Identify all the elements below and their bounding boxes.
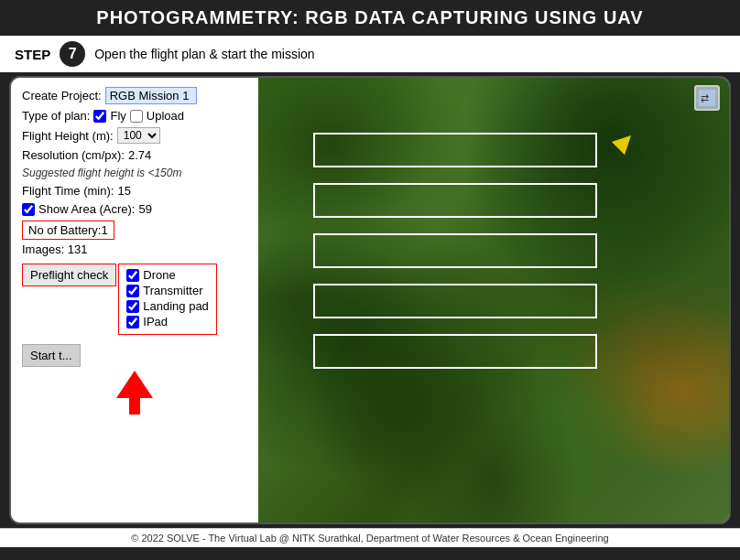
flight-height-row: Flight Height (m): 100 50 150 — [22, 127, 247, 144]
landing-pad-checkbox[interactable] — [126, 300, 139, 313]
preflight-drone-item: Drone — [126, 268, 209, 282]
landing-pad-label: Landing pad — [143, 299, 209, 313]
ipad-checkbox[interactable] — [126, 316, 139, 328]
page-header: PHOTOGRAMMETRY: RGB DATA CAPTURING USING… — [0, 0, 740, 36]
battery-box: No of Battery:1 — [22, 221, 114, 240]
preflight-landingpad-item: Landing pad — [126, 299, 209, 313]
step-desc-part2: start the mission — [222, 47, 315, 61]
upload-checkbox[interactable] — [130, 110, 143, 123]
show-area-checkbox[interactable] — [22, 203, 35, 216]
show-area-label: Show Area (Acre): — [38, 202, 136, 216]
step-label: STEP — [15, 47, 50, 62]
preflight-dropdown: Drone Transmitter Landing pad IPad — [118, 264, 217, 335]
images-row: Images: 131 — [22, 242, 247, 256]
flight-time-value: 15 — [117, 184, 130, 198]
upload-label: Upload — [147, 109, 184, 123]
step-desc-amp: & — [210, 47, 222, 61]
battery-label: No of Battery:1 — [28, 223, 108, 237]
type-of-plan-row: Type of plan: Fly Upload — [22, 109, 247, 123]
left-panel: Create Project: Type of plan: Fly Upload… — [11, 78, 258, 522]
flight-time-row: Flight Time (min): 15 — [22, 184, 247, 198]
map-area: ⇄ — [258, 78, 729, 522]
start-button[interactable]: Start t... — [22, 344, 81, 367]
step-bar: STEP 7 Open the flight plan & start the … — [0, 36, 740, 72]
drone-checkbox[interactable] — [126, 269, 139, 282]
preflight-ipad-item: IPad — [126, 315, 209, 328]
flight-rect-5 — [313, 334, 597, 369]
preflight-area: Preflight check Drone Transmitter Landin… — [22, 264, 247, 335]
flight-rect-2 — [313, 183, 597, 218]
footer-text: © 2022 SOLVE - The Virtual Lab @ NITK Su… — [131, 533, 608, 544]
create-project-row: Create Project: — [22, 87, 247, 104]
step-desc-part1: Open the flight plan — [94, 47, 205, 61]
drone-label: Drone — [143, 268, 175, 282]
arrow-up-icon — [116, 371, 153, 398]
flight-height-label: Flight Height (m): — [22, 129, 114, 143]
step-description: Open the flight plan & start the mission — [94, 47, 314, 61]
fly-checkbox[interactable] — [93, 110, 106, 123]
map-background: ⇄ — [258, 78, 729, 522]
show-area-row: Show Area (Acre): 59 — [22, 202, 247, 216]
flight-height-select[interactable]: 100 50 150 — [117, 127, 160, 144]
flight-paths — [313, 133, 625, 398]
resolution-label: Resolution (cm/px): — [22, 148, 125, 162]
flight-rect-3 — [313, 233, 597, 268]
transmitter-checkbox[interactable] — [126, 285, 139, 297]
resolution-value: 2.74 — [128, 148, 151, 162]
resolution-row: Resolution (cm/px): 2.74 — [22, 148, 247, 162]
flight-time-label: Flight Time (min): — [22, 184, 114, 198]
ipad-label: IPad — [143, 315, 168, 328]
arrow-stem — [129, 398, 140, 415]
show-area-value: 59 — [139, 202, 152, 216]
yellow-marker — [615, 133, 634, 151]
suggested-note: Suggested flight height is <150m — [22, 167, 247, 179]
transmitter-label: Transmitter — [143, 284, 202, 297]
preflight-check-button[interactable]: Preflight check — [22, 264, 116, 286]
arrow-area — [22, 371, 247, 416]
preflight-transmitter-item: Transmitter — [126, 284, 209, 297]
flight-rect-1 — [313, 133, 597, 167]
fly-label: Fly — [110, 109, 125, 123]
project-name-input[interactable] — [105, 87, 197, 104]
create-project-label: Create Project: — [22, 89, 102, 102]
svg-text:⇄: ⇄ — [701, 92, 709, 103]
footer: © 2022 SOLVE - The Virtual Lab @ NITK Su… — [0, 528, 740, 547]
main-content: Create Project: Type of plan: Fly Upload… — [9, 76, 731, 524]
flight-rect-4 — [313, 284, 597, 318]
step-number: 7 — [60, 41, 85, 67]
compass-icon: ⇄ — [694, 85, 720, 111]
type-of-plan-label: Type of plan: — [22, 109, 90, 123]
images-label: Images: 131 — [22, 242, 88, 256]
